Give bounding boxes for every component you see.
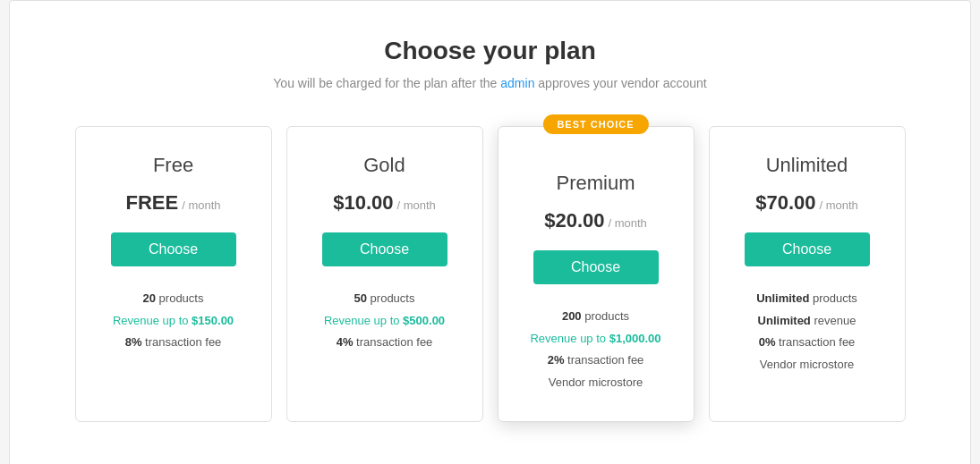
plan-price-container-free: FREE/ month	[125, 191, 220, 215]
plan-period-unlimited: / month	[819, 198, 857, 212]
plan-features-unlimited: Unlimited productsUnlimited revenue0% tr…	[756, 288, 857, 376]
feature-text: revenue	[811, 314, 856, 327]
choose-button-premium[interactable]: Choose	[533, 250, 659, 284]
feature-item: Vendor microstore	[756, 354, 857, 376]
plan-price-container-premium: $20.00/ month	[544, 209, 647, 232]
feature-bold: $150.00	[192, 314, 234, 327]
plan-features-premium: 200 productsRevenue up to $1,000.002% tr…	[530, 306, 660, 394]
plan-period-free: / month	[182, 198, 220, 212]
plan-card-free: FreeFREE/ monthChoose20 productsRevenue …	[75, 126, 272, 422]
feature-bold: $1,000.00	[609, 332, 661, 345]
feature-item: Revenue up to $150.00	[113, 310, 234, 333]
subtitle-suffix: approves your vendor account	[534, 76, 706, 90]
feature-text: transaction fee	[564, 353, 643, 367]
feature-bold: 2%	[548, 353, 565, 367]
feature-item: 20 products	[113, 288, 234, 310]
plan-price-container-unlimited: $70.00/ month	[755, 191, 858, 215]
plan-card-gold: Gold$10.00/ monthChoose50 productsRevenu…	[286, 126, 483, 422]
feature-item: 0% transaction fee	[756, 332, 857, 354]
plan-card-unlimited: Unlimited$70.00/ monthChooseUnlimited pr…	[709, 126, 906, 422]
feature-text: Revenue up to	[324, 314, 403, 327]
page-container: Choose your plan You will be charged for…	[9, 0, 971, 464]
feature-item: Vendor microstore	[530, 372, 660, 394]
subtitle-prefix: You will be charged for the plan after t…	[273, 76, 500, 90]
feature-item: 200 products	[530, 306, 660, 328]
feature-bold: 20	[143, 291, 156, 305]
feature-item: 4% transaction fee	[324, 332, 445, 354]
plan-card-premium: BEST CHOICEPremium$20.00/ monthChoose200…	[498, 126, 695, 422]
plan-features-free: 20 productsRevenue up to $150.008% trans…	[113, 288, 234, 354]
feature-text: products	[367, 291, 414, 305]
feature-item: Revenue up to $1,000.00	[530, 328, 660, 350]
page-title: Choose your plan	[28, 37, 952, 65]
plan-name-free: Free	[153, 154, 193, 177]
plan-price-unlimited: $70.00	[755, 191, 815, 215]
choose-button-gold[interactable]: Choose	[322, 232, 447, 266]
feature-item: 8% transaction fee	[113, 332, 234, 354]
feature-text: transaction fee	[141, 335, 221, 349]
feature-bold: Unlimited	[758, 314, 811, 327]
best-choice-badge: BEST CHOICE	[542, 114, 648, 134]
plan-period-premium: / month	[608, 216, 646, 230]
plans-container: FreeFREE/ monthChoose20 productsRevenue …	[28, 126, 952, 422]
plan-price-free: FREE	[125, 191, 178, 215]
plan-period-gold: / month	[396, 198, 435, 212]
feature-bold: 0%	[759, 335, 776, 349]
feature-text: Revenue up to	[530, 332, 609, 345]
feature-bold: $500.00	[403, 314, 445, 327]
feature-text: products	[582, 309, 629, 323]
feature-bold: 8%	[125, 335, 142, 349]
plan-price-gold: $10.00	[333, 191, 393, 215]
feature-item: Unlimited products	[756, 288, 857, 310]
feature-bold: 200	[562, 309, 582, 323]
plan-name-unlimited: Unlimited	[766, 154, 848, 177]
feature-bold: 50	[354, 291, 367, 305]
plan-name-premium: Premium	[556, 172, 635, 195]
feature-item: Unlimited revenue	[756, 310, 857, 333]
choose-button-unlimited[interactable]: Choose	[745, 232, 870, 266]
feature-text: products	[156, 291, 203, 305]
admin-link: admin	[500, 76, 534, 90]
feature-text: Revenue up to	[113, 314, 192, 327]
feature-item: 50 products	[324, 288, 445, 310]
feature-text: transaction fee	[353, 335, 432, 349]
choose-button-free[interactable]: Choose	[111, 232, 236, 266]
feature-bold: 4%	[337, 335, 354, 349]
plan-features-gold: 50 productsRevenue up to $500.004% trans…	[324, 288, 445, 354]
plan-price-container-gold: $10.00/ month	[333, 191, 436, 215]
feature-bold: Unlimited	[756, 291, 809, 305]
plan-name-gold: Gold	[363, 154, 405, 177]
feature-text: transaction fee	[775, 335, 855, 349]
feature-text: products	[809, 291, 856, 305]
plan-price-premium: $20.00	[544, 209, 604, 232]
page-subtitle: You will be charged for the plan after t…	[28, 76, 952, 90]
feature-item: 2% transaction fee	[530, 350, 660, 372]
feature-item: Revenue up to $500.00	[324, 310, 445, 333]
